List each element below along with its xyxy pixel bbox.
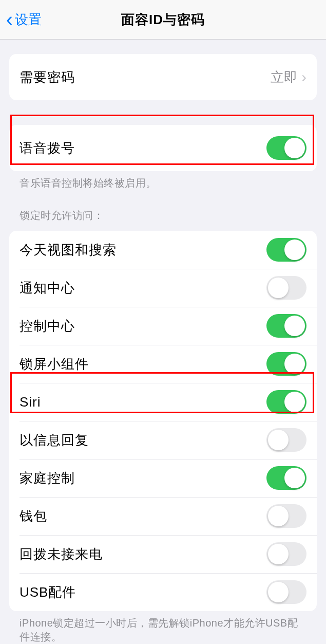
require-passcode-group: 需要密码 立即 › [9,54,317,100]
lock-item-wallet: 钱包 [9,497,317,535]
today-view-toggle[interactable] [266,238,306,262]
navigation-bar: ‹ 设置 面容ID与密码 [0,0,326,40]
lock-item-notification-center: 通知中心 [9,269,317,307]
siri-toggle[interactable] [266,390,306,414]
require-passcode-row[interactable]: 需要密码 立即 › [9,54,317,100]
voice-dial-label: 语音拨号 [20,139,75,157]
return-missed-calls-toggle[interactable] [266,542,306,566]
lock-item-siri: Siri [9,383,317,421]
lock-item-label: 锁屏小组件 [20,355,89,373]
lock-item-home-control: 家庭控制 [9,459,317,497]
lock-access-header: 锁定时允许访问： [0,209,326,227]
lock-item-label: USB配件 [20,583,76,601]
voice-dial-row: 语音拨号 [9,125,317,171]
voice-dial-group: 语音拨号 [9,125,317,171]
chevron-left-icon: ‹ [6,10,13,29]
usb-footer: iPhone锁定超过一小时后，需先解锁iPhone才能允许USB配件连接。 [0,611,326,644]
lock-item-today-view: 今天视图和搜索 [9,231,317,269]
lock-item-label: 控制中心 [20,317,75,335]
chevron-right-icon: › [301,68,306,86]
lock-item-label: Siri [20,394,41,410]
require-passcode-value: 立即 › [271,68,306,86]
voice-dial-toggle[interactable] [266,136,306,160]
lock-access-group: 今天视图和搜索 通知中心 控制中心 锁屏小组件 Siri 以信息回复 家庭控制 [9,231,317,611]
notification-center-toggle[interactable] [266,276,306,300]
lock-item-control-center: 控制中心 [9,307,317,345]
control-center-toggle[interactable] [266,314,306,338]
lock-item-label: 今天视图和搜索 [20,241,117,259]
lock-item-usb-accessories: USB配件 [9,573,317,611]
require-passcode-label: 需要密码 [20,68,75,86]
back-button[interactable]: ‹ 设置 [0,10,42,29]
lock-item-return-missed-calls: 回拨未接来电 [9,535,317,573]
lock-screen-widgets-toggle[interactable] [266,352,306,376]
lock-item-label: 以信息回复 [20,431,89,449]
home-control-toggle[interactable] [266,466,306,490]
lock-item-reply-with-message: 以信息回复 [9,421,317,459]
lock-item-label: 通知中心 [20,279,75,297]
lock-item-label: 家庭控制 [20,469,75,487]
voice-dial-footer: 音乐语音控制将始终被启用。 [0,171,326,190]
page-title: 面容ID与密码 [121,11,205,29]
usb-accessories-toggle[interactable] [266,580,306,604]
lock-item-lock-screen-widgets: 锁屏小组件 [9,345,317,383]
lock-item-label: 钱包 [20,507,47,525]
wallet-toggle[interactable] [266,504,306,528]
reply-with-message-toggle[interactable] [266,428,306,452]
back-label: 设置 [15,11,42,29]
lock-item-label: 回拨未接来电 [20,545,103,563]
